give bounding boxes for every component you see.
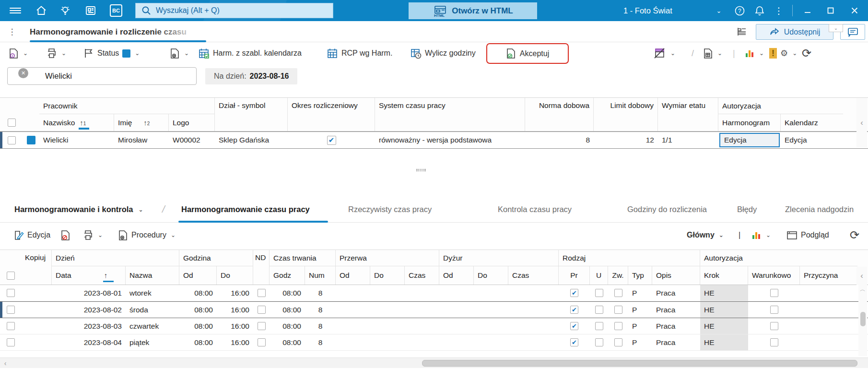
procedures-button[interactable]: Procedury ⌄	[118, 223, 176, 248]
lower-grid-collapse-chevron[interactable]: ‹	[856, 267, 867, 285]
share-button[interactable]: Udostępnij	[756, 24, 833, 40]
export-document-button[interactable]: ⌄	[703, 42, 722, 64]
company-chevron-down-icon[interactable]: ⌄	[713, 0, 725, 21]
hamburger-menu-icon[interactable]	[7, 0, 24, 21]
scroll-up-icon[interactable]: ︿	[858, 285, 867, 294]
warunkowo-checkbox[interactable]: ✔	[770, 322, 778, 330]
column-group-autoryzacja[interactable]: Autoryzacja	[700, 250, 857, 266]
home-icon[interactable]	[33, 0, 50, 21]
column-godzina-od[interactable]: Od	[179, 266, 217, 285]
cell-norma[interactable]: 8	[525, 132, 594, 148]
zw-checkbox[interactable]: ✔	[614, 289, 622, 297]
column-logo[interactable]: Logo	[169, 114, 215, 131]
column-group-rodzaj[interactable]: Rodzaj	[559, 250, 700, 266]
view-selector-glowny[interactable]: Główny ⌄	[687, 223, 724, 248]
pr-checkbox[interactable]: ✔	[570, 322, 578, 330]
cell-kalendarz-edycja[interactable]: Edycja	[781, 132, 843, 148]
nd-checkbox[interactable]: ✔	[258, 306, 266, 314]
column-kopiuj[interactable]: Kopiuj	[21, 250, 52, 285]
column-krok[interactable]: Krok	[700, 266, 748, 285]
row-checkbox[interactable]: ✔	[7, 338, 15, 346]
column-dzial-symbol[interactable]: Dział - symbol	[215, 98, 288, 131]
column-przyczyna[interactable]: Przyczyna	[800, 266, 857, 285]
warunkowo-checkbox[interactable]: ✔	[770, 306, 778, 314]
chevron-down-icon[interactable]: ⌄	[61, 50, 66, 57]
warunkowo-checkbox[interactable]: ✔	[770, 338, 778, 346]
minimize-button[interactable]	[798, 0, 817, 21]
cell-day[interactable]: czwartek	[126, 318, 179, 334]
maximize-button[interactable]	[821, 0, 840, 21]
pr-checkbox[interactable]: ✔	[570, 338, 578, 346]
column-zw[interactable]: Zw.	[608, 266, 628, 285]
cell-date[interactable]: 2023-08-02	[52, 302, 126, 318]
chevron-down-icon[interactable]: ⌄	[792, 50, 797, 57]
as-of-date-chip[interactable]: Na dzień: 2023-08-16	[205, 68, 297, 84]
scroll-left-icon[interactable]: ‹	[1, 358, 10, 369]
column-okres-rozliczeniowy[interactable]: Okres rozliczeniowy	[288, 98, 375, 131]
row-checkbox[interactable]: ✔	[8, 136, 16, 144]
accept-button-annotation[interactable]: Akceptuj	[486, 43, 569, 64]
column-data[interactable]: Data ↑	[52, 266, 126, 285]
u-checkbox[interactable]: ✔	[595, 322, 603, 330]
column-dyzur-do[interactable]: Do	[474, 266, 508, 285]
cell-krok[interactable]: HE	[700, 285, 748, 301]
notifications-bell-icon[interactable]	[751, 0, 768, 21]
employee-filter-input[interactable]	[45, 71, 184, 81]
zw-checkbox[interactable]: ✔	[614, 306, 622, 314]
grid-expand-chevron[interactable]: ⌄	[829, 24, 843, 32]
column-dyzur-od[interactable]: Od	[439, 266, 474, 285]
column-imie[interactable]: Imię ↑2	[114, 114, 169, 131]
cell-do[interactable]: 16:00	[217, 334, 253, 350]
help-icon[interactable]: ?	[731, 0, 748, 21]
search-input[interactable]	[156, 6, 314, 15]
zw-checkbox[interactable]: ✔	[614, 322, 622, 330]
horizontal-scrollbar[interactable]: ‹	[0, 357, 868, 368]
cell-day[interactable]: środa	[126, 302, 179, 318]
cell-krok[interactable]: HE	[700, 334, 748, 350]
schedule-row-selected[interactable]: ✔ 2023-08-02 środa 08:00 16:00 ✔ 08:00 8…	[0, 301, 868, 318]
detail-chart-button[interactable]: ⌄	[751, 223, 771, 248]
comments-button[interactable]	[840, 24, 865, 40]
cell-do[interactable]: 16:00	[217, 302, 253, 318]
refresh-button[interactable]: ⟳	[802, 42, 811, 64]
open-in-html-button[interactable]: HTML Otwórz w HTML	[409, 2, 537, 19]
column-group-godzina[interactable]: Godzina	[179, 250, 253, 266]
sort-ascending-2-icon[interactable]: ↑2	[143, 119, 150, 126]
tab-kontrola-czasu-pracy[interactable]: Kontrola czasu pracy	[498, 205, 572, 214]
chevron-down-icon[interactable]: ⌄	[135, 50, 140, 57]
schedule-row[interactable]: ✔ 2023-08-04 piątek 08:00 16:00 ✔ 08:00 …	[0, 334, 868, 351]
status-color-square[interactable]	[27, 136, 35, 144]
nd-checkbox[interactable]: ✔	[258, 322, 266, 330]
edit-button[interactable]: Edycja	[13, 223, 50, 248]
cell-opis[interactable]: Praca	[652, 334, 700, 350]
cell-opis[interactable]: Praca	[652, 318, 700, 334]
warunkowo-checkbox[interactable]: ✔	[770, 289, 778, 297]
vertical-scroll-thumb[interactable]	[860, 312, 866, 326]
column-u[interactable]: U	[590, 266, 608, 285]
column-norma-dobowa[interactable]: Norma dobowa	[525, 98, 594, 131]
column-nazwa[interactable]: Nazwa	[126, 266, 179, 285]
column-typ[interactable]: Typ	[628, 266, 652, 285]
column-group-czas-trwania[interactable]: Czas trwania	[270, 250, 336, 266]
context-tab-harmonogramowanie-i-kontrola[interactable]: Harmonogramowanie i kontrola⌄	[14, 205, 143, 214]
u-checkbox[interactable]: ✔	[595, 289, 603, 297]
upper-grid-collapse-chevron[interactable]: ‹	[856, 98, 867, 147]
harmonogram-from-template-button[interactable]: Harm. z szabl. kalendarza	[199, 42, 302, 64]
column-pr[interactable]: Pr	[559, 266, 590, 285]
cell-typ[interactable]: P	[628, 302, 652, 318]
column-nd[interactable]: ND	[253, 250, 270, 285]
tab-harmonogramowanie-czasu-pracy[interactable]: Harmonogramowanie czasu pracy	[181, 205, 310, 214]
cell-limit[interactable]: 12	[594, 132, 658, 148]
chevron-down-icon[interactable]: ⌄	[171, 232, 176, 238]
okres-checkbox[interactable]: ✔	[327, 136, 336, 145]
chevron-down-icon[interactable]: ⌄	[766, 232, 771, 238]
select-all-checkbox[interactable]: ✔	[8, 119, 16, 127]
cell-krok[interactable]: HE	[700, 302, 748, 318]
ideas-lightbulb-icon[interactable]	[57, 0, 74, 21]
cell-date[interactable]: 2023-08-03	[52, 318, 126, 334]
column-godzina-do[interactable]: Do	[217, 266, 253, 285]
cell-logo[interactable]: W00002	[169, 132, 215, 148]
cell-godz[interactable]: 08:00	[270, 318, 305, 334]
rcp-by-harmonogram-button[interactable]: RCP wg Harm.	[327, 42, 392, 64]
tab-bledy[interactable]: Błędy	[737, 205, 757, 214]
